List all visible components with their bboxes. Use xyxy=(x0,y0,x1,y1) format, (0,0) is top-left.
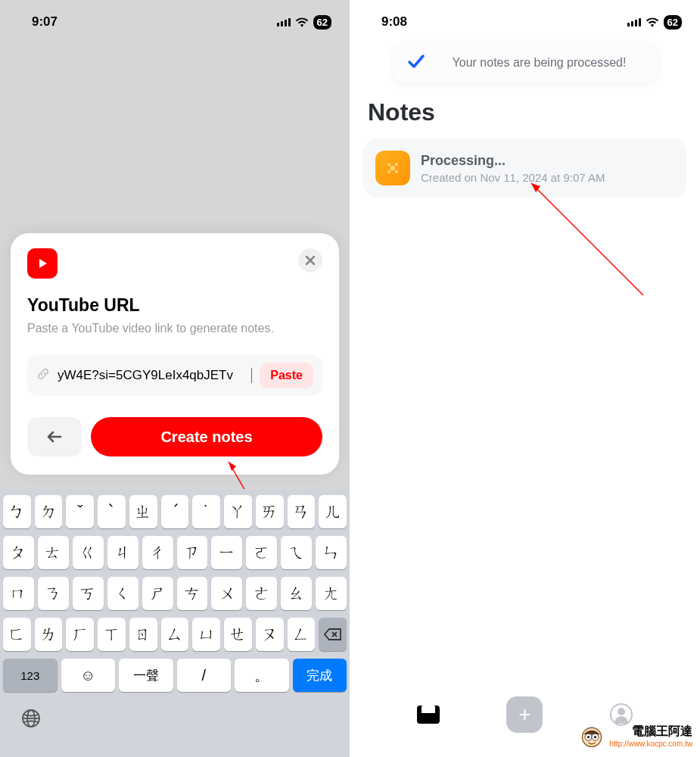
keyboard-key[interactable]: ㄋ xyxy=(38,577,69,610)
keyboard-key[interactable]: ㄡ xyxy=(256,618,284,651)
keyboard-123-key[interactable]: 123 xyxy=(3,659,58,692)
status-time: 9:07 xyxy=(32,14,58,30)
keyboard-key[interactable]: ˋ xyxy=(98,495,126,528)
keyboard-key[interactable]: ㄢ xyxy=(288,495,316,528)
processing-toast: Your notes are being processed! xyxy=(393,42,658,83)
keyboard-key[interactable]: ㄒ xyxy=(98,618,126,651)
keyboard-globe-key[interactable] xyxy=(21,709,41,733)
keyboard-key[interactable]: ㄏ xyxy=(66,618,94,651)
toast-text: Your notes are being processed! xyxy=(437,55,642,71)
status-bar: 9:08 62 xyxy=(350,0,700,38)
arrow-left-icon xyxy=(47,431,62,443)
keyboard-key[interactable]: ㄑ xyxy=(107,577,138,610)
keyboard-backspace-key[interactable] xyxy=(319,618,347,651)
keyboard-key[interactable]: ㄙ xyxy=(161,618,189,651)
create-notes-button[interactable]: Create notes xyxy=(91,417,322,456)
svg-point-10 xyxy=(586,736,590,739)
keyboard-key[interactable]: ㄖ xyxy=(129,618,157,651)
keyboard-key[interactable]: ㄣ xyxy=(316,536,347,569)
watermark-mascot-icon xyxy=(578,722,605,749)
keyboard-emoji-key[interactable]: ☺ xyxy=(61,659,116,692)
keyboard-key[interactable]: ㄧ xyxy=(211,536,242,569)
keyboard-key[interactable]: ㄜ xyxy=(246,577,277,610)
watermark: 電腦王阿達 http://www.kocpc.com.tw xyxy=(578,722,692,749)
keyboard-key[interactable]: ㄦ xyxy=(319,495,347,528)
youtube-icon xyxy=(27,248,58,279)
keyboard-key[interactable]: ㄘ xyxy=(177,577,208,610)
url-input[interactable]: yW4E?si=5CGY9LeIx4qbJETv xyxy=(58,368,252,383)
plus-icon: + xyxy=(506,696,543,733)
keyboard-key[interactable]: ㄐ xyxy=(107,536,138,569)
keyboard-key[interactable]: ㄥ xyxy=(288,618,316,651)
keyboard-key[interactable]: ㄊ xyxy=(38,536,69,569)
keyboard-key[interactable]: ㄆ xyxy=(3,536,34,569)
battery-icon: 62 xyxy=(313,15,331,30)
status-bar: 9:07 62 xyxy=(0,0,350,38)
keyboard-key[interactable]: ㄨ xyxy=(211,577,242,610)
keyboard-key[interactable]: ㄠ xyxy=(281,577,312,610)
nav-add[interactable]: + xyxy=(506,696,543,733)
close-button[interactable] xyxy=(298,248,322,273)
note-subtitle: Created on Nov 11, 2024 at 9:07 AM xyxy=(421,171,674,184)
svg-point-11 xyxy=(593,736,596,739)
keyboard-key[interactable]: ㄍ xyxy=(73,536,104,569)
wifi-icon xyxy=(646,17,659,27)
keyboard-slash-key[interactable]: / xyxy=(177,659,232,692)
watermark-url: http://www.kocpc.com.tw xyxy=(610,740,692,748)
status-time: 9:08 xyxy=(381,14,407,30)
keyboard-key[interactable]: ㄈ xyxy=(3,618,31,651)
youtube-url-sheet: YouTube URL Paste a YouTube video link t… xyxy=(11,233,339,475)
keyboard-key[interactable]: ㄤ xyxy=(316,577,347,610)
phone-screen-right: 9:08 62 Your notes are being processed! … xyxy=(350,0,700,757)
keyboard-key[interactable]: ㄅ xyxy=(3,495,31,528)
keyboard-key[interactable]: ㄩ xyxy=(192,618,220,651)
note-title: Processing... xyxy=(421,153,674,169)
nav-inbox[interactable] xyxy=(410,696,446,733)
keyboard-period-key[interactable]: 。 xyxy=(235,659,289,692)
svg-line-5 xyxy=(531,183,643,295)
watermark-title: 電腦王阿達 xyxy=(610,724,692,740)
keyboard-key[interactable]: ㄝ xyxy=(224,618,252,651)
close-icon xyxy=(305,255,316,266)
keyboard-key[interactable]: ㄟ xyxy=(281,536,312,569)
battery-icon: 62 xyxy=(664,15,682,30)
note-processing-icon xyxy=(375,151,410,185)
signal-icon xyxy=(277,18,291,26)
keyboard-key[interactable]: ㄔ xyxy=(142,536,173,569)
keyboard-key[interactable]: ㄇ xyxy=(3,577,34,610)
link-icon xyxy=(36,367,50,385)
keyboard-tone-key[interactable]: 一聲 xyxy=(119,659,173,692)
phone-screen-left: 9:07 62 YouTube URL Paste a YouTube vide… xyxy=(0,0,350,757)
url-input-row[interactable]: yW4E?si=5CGY9LeIx4qbJETv Paste xyxy=(27,355,322,396)
wifi-icon xyxy=(295,17,309,27)
check-icon xyxy=(408,53,425,73)
keyboard: ㄅㄉˇˋㄓˊ˙ㄚㄞㄢㄦ ㄆㄊㄍㄐㄔㄗㄧㄛㄟㄣ ㄇㄋㄎㄑㄕㄘㄨㄜㄠㄤ ㄈㄌㄏㄒㄖㄙ… xyxy=(0,489,350,757)
sheet-title: YouTube URL xyxy=(27,295,322,316)
keyboard-key[interactable]: ㄌ xyxy=(35,618,63,651)
inbox-icon xyxy=(417,706,440,724)
keyboard-key[interactable]: ㄎ xyxy=(73,577,104,610)
keyboard-key[interactable]: ㄉ xyxy=(35,495,63,528)
status-icons: 62 xyxy=(627,15,682,30)
keyboard-key[interactable]: ㄕ xyxy=(142,577,173,610)
keyboard-key[interactable]: ㄞ xyxy=(256,495,284,528)
keyboard-key[interactable]: ㄗ xyxy=(177,536,208,569)
keyboard-key[interactable]: ㄓ xyxy=(129,495,157,528)
paste-button[interactable]: Paste xyxy=(260,363,313,388)
signal-icon xyxy=(627,18,641,26)
back-button[interactable] xyxy=(27,417,82,456)
keyboard-key[interactable]: ˇ xyxy=(66,495,94,528)
keyboard-key[interactable]: ˙ xyxy=(192,495,220,528)
keyboard-done-key[interactable]: 完成 xyxy=(293,659,347,692)
sheet-subtitle: Paste a YouTube video link to generate n… xyxy=(27,320,322,337)
keyboard-key[interactable]: ˊ xyxy=(161,495,189,528)
status-icons: 62 xyxy=(277,15,331,30)
keyboard-key[interactable]: ㄚ xyxy=(224,495,252,528)
note-card[interactable]: Processing... Created on Nov 11, 2024 at… xyxy=(363,139,686,198)
keyboard-key[interactable]: ㄛ xyxy=(246,536,277,569)
page-title: Notes xyxy=(350,83,700,139)
